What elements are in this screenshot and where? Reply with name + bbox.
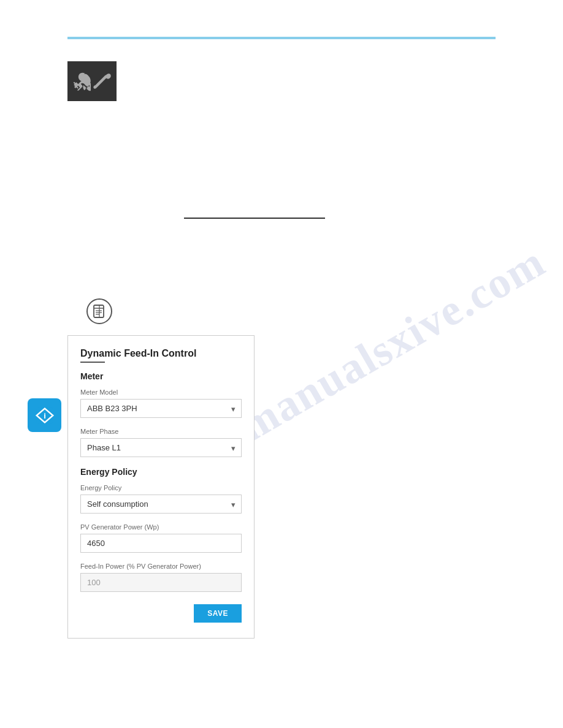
pv-power-input[interactable] [80,534,242,553]
dynamic-feed-in-control-form: Dynamic Feed-In Control Meter Meter Mode… [67,335,255,639]
wrench-icon-box [67,61,117,101]
meter-phase-wrapper: Phase L1 Phase L2 Phase L3 All Phases [80,438,242,457]
energy-policy-section: Energy Policy Energy Policy Self consump… [80,467,242,602]
svg-point-0 [94,86,96,88]
svg-rect-2 [94,305,104,317]
meter-section-title: Meter [80,371,242,381]
top-decorative-bar [67,37,496,39]
meter-phase-select[interactable]: Phase L1 Phase L2 Phase L3 All Phases [80,438,242,457]
energy-policy-label: Energy Policy [80,484,242,491]
form-title-divider [80,362,105,363]
energy-policy-section-title: Energy Policy [80,467,242,477]
wrench-icon [71,72,91,91]
section-divider [184,218,325,219]
energy-policy-wrapper: Self consumption Zero Export Custom [80,495,242,514]
feed-in-power-label: Feed-In Power (% PV Generator Power) [80,563,242,570]
info-diamond-icon[interactable]: i [28,398,61,432]
wrench-icon-simple [91,70,113,93]
svg-text:i: i [44,411,46,420]
meter-model-wrapper: ABB B23 3PH [80,399,242,418]
book-icon [86,298,113,325]
pv-power-label: PV Generator Power (Wp) [80,523,242,531]
form-title: Dynamic Feed-In Control [80,348,242,359]
save-button[interactable]: SAVE [194,604,242,623]
meter-phase-label: Meter Phase [80,428,242,435]
meter-model-label: Meter Model [80,389,242,396]
meter-model-select[interactable]: ABB B23 3PH [80,399,242,418]
feed-in-power-input[interactable] [80,573,242,592]
watermark: manualsхive.com [231,237,554,452]
energy-policy-select[interactable]: Self consumption Zero Export Custom [80,495,242,514]
